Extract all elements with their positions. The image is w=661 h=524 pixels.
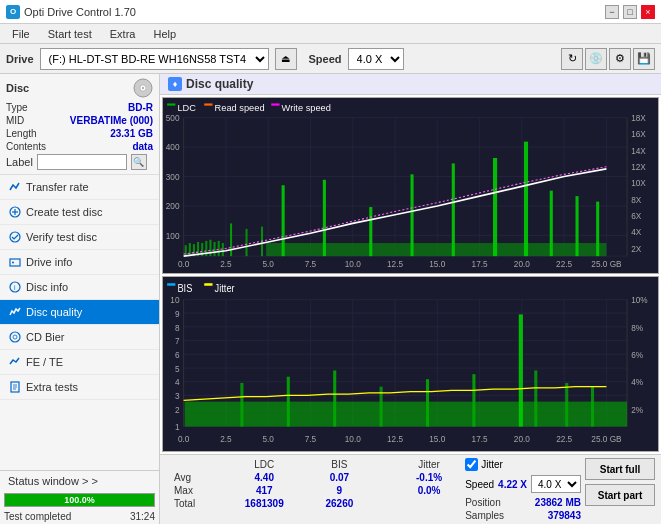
transfer-rate-icon bbox=[8, 180, 22, 194]
start-part-button[interactable]: Start part bbox=[585, 484, 655, 506]
avg-jitter: -0.1% bbox=[397, 471, 461, 484]
svg-text:300: 300 bbox=[166, 172, 180, 182]
disc-quality-title: Disc quality bbox=[186, 77, 253, 91]
position-info: Position 23862 MB Samples 379843 bbox=[465, 497, 581, 521]
avg-empty bbox=[373, 471, 397, 484]
svg-text:15.0: 15.0 bbox=[429, 432, 445, 443]
svg-rect-152 bbox=[519, 314, 523, 426]
svg-rect-69 bbox=[189, 243, 191, 256]
action-buttons: Start full Start part bbox=[585, 458, 655, 506]
disc-length-row: Length 23.31 GB bbox=[6, 128, 153, 139]
total-ldc: 1681309 bbox=[222, 497, 306, 510]
max-jitter: 0.0% bbox=[397, 484, 461, 497]
samples-row: Samples 379843 bbox=[465, 510, 581, 521]
nav-drive-info[interactable]: Drive info bbox=[0, 250, 159, 275]
svg-text:i: i bbox=[14, 284, 16, 291]
stats-table: LDC BIS Jitter Avg 4.40 0.07 -0.1% bbox=[166, 458, 461, 510]
disc-type-value: BD-R bbox=[128, 102, 153, 113]
svg-text:4: 4 bbox=[175, 376, 180, 387]
speed-label: Speed bbox=[309, 53, 342, 65]
menu-file[interactable]: File bbox=[4, 26, 38, 42]
menu-start-test[interactable]: Start test bbox=[40, 26, 100, 42]
svg-rect-93 bbox=[167, 283, 175, 285]
svg-rect-74 bbox=[209, 240, 211, 256]
speed-info-value: 4.22 X bbox=[498, 479, 527, 490]
position-label: Position bbox=[465, 497, 501, 508]
nav-disc-quality[interactable]: Disc quality bbox=[0, 300, 159, 325]
position-value: 23862 MB bbox=[535, 497, 581, 508]
svg-text:6: 6 bbox=[175, 349, 180, 360]
svg-text:500: 500 bbox=[166, 113, 180, 123]
disc-mid-value: VERBATIMe (000) bbox=[70, 115, 153, 126]
svg-text:8X: 8X bbox=[631, 194, 641, 204]
svg-text:10X: 10X bbox=[631, 178, 646, 188]
eject-button[interactable]: ⏏ bbox=[275, 48, 297, 70]
svg-text:15.0: 15.0 bbox=[429, 259, 445, 269]
title-bar-controls: − □ × bbox=[605, 5, 655, 19]
nav-disc-info[interactable]: i Disc info bbox=[0, 275, 159, 300]
disc-panel: Disc Type BD-R MID VERBATIMe (000) Lengt… bbox=[0, 74, 159, 175]
svg-text:Write speed: Write speed bbox=[282, 102, 331, 113]
speed-select[interactable]: 4.0 X bbox=[348, 48, 404, 70]
status-bar: Status window > > 100.0% Test completed … bbox=[0, 470, 159, 524]
svg-text:16X: 16X bbox=[631, 129, 646, 139]
svg-text:17.5: 17.5 bbox=[472, 432, 488, 443]
menu-help[interactable]: Help bbox=[145, 26, 184, 42]
nav-cd-bier[interactable]: CD Bier bbox=[0, 325, 159, 350]
menu-extra[interactable]: Extra bbox=[102, 26, 144, 42]
svg-point-8 bbox=[12, 262, 14, 264]
disc-type-label: Type bbox=[6, 102, 28, 113]
disc-mid-row: MID VERBATIMe (000) bbox=[6, 115, 153, 126]
svg-text:5.0: 5.0 bbox=[262, 259, 274, 269]
svg-rect-90 bbox=[576, 196, 579, 256]
svg-text:BIS: BIS bbox=[177, 282, 192, 294]
nav-fe-te[interactable]: FE / TE bbox=[0, 350, 159, 375]
nav-create-test-disc[interactable]: Create test disc bbox=[0, 200, 159, 225]
minimize-button[interactable]: − bbox=[605, 5, 619, 19]
svg-rect-88 bbox=[524, 142, 528, 257]
nav-extra-tests[interactable]: Extra tests bbox=[0, 375, 159, 400]
svg-rect-154 bbox=[565, 382, 568, 426]
disc-icon bbox=[133, 78, 153, 98]
nav-extra-tests-label: Extra tests bbox=[26, 381, 78, 393]
svg-text:25.0 GB: 25.0 GB bbox=[591, 432, 621, 443]
charts-area: LDC Read speed Write speed bbox=[160, 95, 661, 454]
svg-text:20.0: 20.0 bbox=[514, 259, 530, 269]
settings-icon-btn[interactable]: ⚙ bbox=[609, 48, 631, 70]
svg-text:4X: 4X bbox=[631, 227, 641, 237]
svg-rect-145 bbox=[185, 401, 627, 426]
avg-bis: 0.07 bbox=[306, 471, 373, 484]
status-row: Test completed 31:24 bbox=[0, 509, 159, 524]
menu-bar: File Start test Extra Help bbox=[0, 24, 661, 44]
disc-label-input[interactable] bbox=[37, 154, 127, 170]
svg-rect-68 bbox=[185, 245, 187, 256]
nav-verify-test-disc[interactable]: Verify test disc bbox=[0, 225, 159, 250]
disc-label-btn[interactable]: 🔍 bbox=[131, 154, 147, 170]
svg-text:17.5: 17.5 bbox=[472, 259, 488, 269]
close-button[interactable]: × bbox=[641, 5, 655, 19]
jitter-checkbox[interactable] bbox=[465, 458, 478, 471]
save-icon-btn[interactable]: 💾 bbox=[633, 48, 655, 70]
nav-transfer-rate[interactable]: Transfer rate bbox=[0, 175, 159, 200]
samples-value: 379843 bbox=[548, 510, 581, 521]
nav-transfer-rate-label: Transfer rate bbox=[26, 181, 89, 193]
svg-point-12 bbox=[13, 335, 17, 339]
maximize-button[interactable]: □ bbox=[623, 5, 637, 19]
fe-te-icon bbox=[8, 355, 22, 369]
disc-type-row: Type BD-R bbox=[6, 102, 153, 113]
svg-text:6%: 6% bbox=[631, 349, 643, 360]
refresh-icon-btn[interactable]: ↻ bbox=[561, 48, 583, 70]
samples-label: Samples bbox=[465, 510, 504, 521]
verify-icon bbox=[8, 230, 22, 244]
ldc-chart-svg: LDC Read speed Write speed bbox=[163, 98, 658, 273]
drive-select[interactable]: (F:) HL-DT-ST BD-RE WH16NS58 TST4 bbox=[40, 48, 269, 70]
svg-text:Read speed: Read speed bbox=[215, 102, 265, 113]
speed-select-small[interactable]: 4.0 X bbox=[531, 475, 581, 493]
disc-icon-btn[interactable]: 💿 bbox=[585, 48, 607, 70]
status-window-btn[interactable]: Status window > > bbox=[0, 471, 159, 491]
svg-text:7.5: 7.5 bbox=[305, 432, 316, 443]
start-full-button[interactable]: Start full bbox=[585, 458, 655, 480]
svg-text:2X: 2X bbox=[631, 244, 641, 254]
jitter-label: Jitter bbox=[481, 459, 503, 470]
max-empty bbox=[373, 484, 397, 497]
